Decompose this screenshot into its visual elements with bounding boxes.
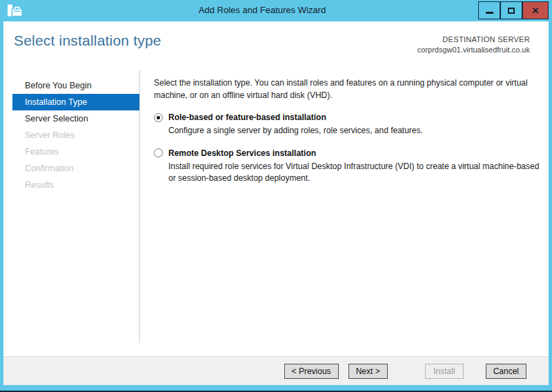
- minimize-button[interactable]: [478, 1, 500, 19]
- previous-button[interactable]: < Previous: [284, 364, 339, 379]
- nav-item-before-you-begin[interactable]: Before You Begin: [12, 77, 139, 94]
- nav-item-server-selection[interactable]: Server Selection: [12, 110, 139, 127]
- close-button[interactable]: ✕: [522, 1, 549, 19]
- destination-server-block: DESTINATION SERVER corprdsgw01.virtualis…: [417, 35, 530, 55]
- close-icon: ✕: [532, 6, 540, 15]
- wizard-step-nav: Before You Begin Installation Type Serve…: [12, 77, 139, 193]
- wizard-window: Add Roles and Features Wizard ✕ Select i…: [0, 0, 552, 392]
- nav-item-installation-type[interactable]: Installation Type: [12, 94, 139, 110]
- option-role-based: Role-based or feature-based installation…: [154, 112, 542, 137]
- install-button: Install: [425, 364, 464, 379]
- option-remote-desktop-description: Install required role services for Virtu…: [168, 161, 542, 185]
- option-role-based-label[interactable]: Role-based or feature-based installation: [168, 112, 326, 122]
- destination-server-label: DESTINATION SERVER: [417, 35, 530, 45]
- nav-item-server-roles: Server Roles: [12, 127, 139, 144]
- maximize-button[interactable]: [500, 1, 522, 19]
- client-area: Select installation type DESTINATION SER…: [3, 21, 549, 385]
- sidebar-divider: [139, 70, 140, 343]
- next-button[interactable]: Next >: [348, 364, 388, 379]
- nav-item-confirmation: Confirmation: [12, 160, 139, 177]
- window-controls: ✕: [478, 1, 549, 19]
- window-title: Add Roles and Features Wizard: [55, 5, 469, 15]
- option-remote-desktop-label[interactable]: Remote Desktop Services installation: [168, 148, 316, 158]
- nav-item-results: Results: [12, 177, 139, 193]
- option-role-based-description: Configure a single server by adding role…: [168, 125, 542, 137]
- server-manager-icon: [7, 4, 23, 18]
- main-content: Select the installation type. You can in…: [154, 77, 542, 185]
- intro-text: Select the installation type. You can in…: [154, 77, 542, 101]
- radio-role-based[interactable]: [154, 113, 163, 122]
- minimize-icon: [486, 12, 493, 14]
- page-title: Select installation type: [14, 32, 161, 49]
- radio-remote-desktop[interactable]: [154, 148, 163, 157]
- option-remote-desktop: Remote Desktop Services installation Ins…: [154, 148, 542, 185]
- cancel-button[interactable]: Cancel: [486, 364, 526, 379]
- nav-item-features: Features: [12, 144, 139, 160]
- footer-bar: < Previous Next > Install Cancel: [3, 356, 549, 385]
- destination-server-name: corprdsgw01.virtualisedfruit.co.uk: [417, 45, 530, 55]
- titlebar[interactable]: Add Roles and Features Wizard ✕: [0, 0, 552, 21]
- maximize-icon: [508, 8, 515, 14]
